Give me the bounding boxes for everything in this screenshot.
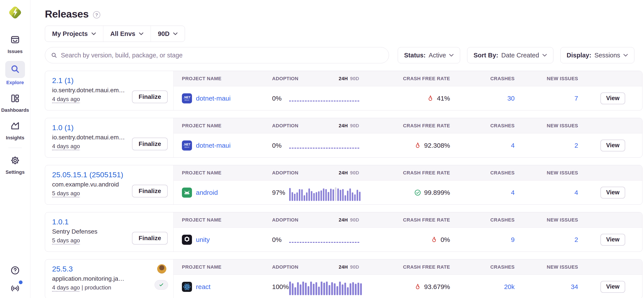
- column-header-new-issues: NEW ISSUES: [519, 123, 582, 129]
- release-meta: 4 days ago | production: [52, 284, 167, 291]
- finalize-button[interactable]: Finalize: [132, 232, 168, 244]
- project-link[interactable]: react: [196, 283, 210, 290]
- release-age[interactable]: 4 days ago: [52, 143, 80, 149]
- column-header-chart: 24H90D: [289, 123, 364, 129]
- sidebar-item-label: Settings: [6, 169, 25, 175]
- broadcast-icon[interactable]: [10, 283, 20, 293]
- sidebar-item-explore[interactable]: Explore: [5, 61, 25, 86]
- help-icon[interactable]: [10, 265, 20, 275]
- display-dropdown[interactable]: Display: Sessions: [560, 47, 634, 63]
- release-age[interactable]: 5 days ago: [52, 237, 80, 244]
- release-age[interactable]: 4 days ago: [52, 96, 80, 102]
- crashes-link[interactable]: 9: [511, 236, 515, 243]
- crash-free-rate-value: 41%: [437, 95, 450, 102]
- project-link[interactable]: unity: [196, 236, 210, 243]
- sparkline-bar: [356, 190, 358, 201]
- flame-icon: [414, 283, 421, 290]
- sparkline-bar: [344, 195, 346, 201]
- date-range-filter-dropdown[interactable]: 90D: [150, 26, 185, 42]
- finalize-button[interactable]: Finalize: [132, 91, 168, 103]
- crash-free-rate-value: 92.308%: [424, 142, 450, 149]
- view-button[interactable]: View: [600, 140, 625, 151]
- project-link[interactable]: dotnet-maui: [196, 142, 230, 149]
- sidebar-item-settings[interactable]: Settings: [5, 154, 25, 175]
- release-version-link[interactable]: 1.0 (1): [52, 123, 74, 132]
- finalize-button[interactable]: Finalize: [132, 138, 168, 150]
- display-label: Display:: [567, 52, 592, 59]
- finalize-button[interactable]: Finalize: [132, 185, 168, 197]
- sidebar-item-issues[interactable]: Issues: [5, 33, 25, 54]
- project-link[interactable]: dotnet-maui: [196, 95, 230, 102]
- release-age[interactable]: 5 days ago: [52, 190, 80, 197]
- adoption-sparkline: [289, 280, 362, 295]
- new-issues-link[interactable]: 34: [571, 283, 578, 290]
- avatar[interactable]: [157, 264, 166, 273]
- adoption-flatline: [289, 242, 359, 243]
- view-button[interactable]: View: [600, 234, 625, 246]
- new-issues-link[interactable]: 7: [574, 95, 578, 102]
- release-version-link[interactable]: 25.05.15.1 (2505151): [52, 170, 123, 179]
- sparkline-bar: [289, 281, 291, 295]
- project-link[interactable]: android: [196, 189, 218, 196]
- sidebar-divider: [8, 148, 22, 148]
- release-age[interactable]: 4 days ago: [52, 284, 80, 291]
- crashes-link[interactable]: 20k: [504, 283, 515, 290]
- new-issues-link[interactable]: 2: [574, 142, 578, 149]
- column-header-adoption: ADOPTION: [268, 217, 289, 223]
- sparkline-bar: [354, 194, 356, 201]
- crashes-link[interactable]: 30: [508, 95, 515, 102]
- sparkline-bar: [342, 284, 344, 295]
- crashes-link[interactable]: 4: [511, 189, 515, 196]
- new-issues-link[interactable]: 4: [574, 189, 578, 196]
- sentry-logo-icon[interactable]: [8, 5, 22, 22]
- release-package: Sentry Defenses: [52, 228, 144, 235]
- environment-filter-dropdown[interactable]: All Envs: [103, 26, 150, 42]
- release-table: PROJECT NAME ADOPTION 24H90D CRASH FREE …: [174, 118, 642, 157]
- project-filter-value: My Projects: [52, 30, 88, 38]
- crashes-cell: 4: [454, 189, 519, 196]
- release-package: com.example.vu.android: [52, 181, 144, 188]
- new-issues-link[interactable]: 2: [574, 236, 578, 243]
- sidebar-item-dashboards[interactable]: Dashboards: [1, 92, 29, 113]
- release-version-link[interactable]: 1.0.1: [52, 218, 69, 226]
- column-header-adoption: ADOPTION: [268, 170, 289, 176]
- crash-free-rate-cell: 41%: [364, 95, 454, 102]
- column-header-crashes: CRASHES: [454, 264, 519, 270]
- view-button[interactable]: View: [600, 187, 625, 198]
- view-button[interactable]: View: [600, 93, 625, 104]
- react-project-icon: [182, 282, 192, 292]
- sparkline-bar: [318, 286, 320, 295]
- sort-by-dropdown[interactable]: Sort By: Date Created: [467, 47, 553, 63]
- release-card: 2.1 (1) io.sentry.dotnet.maui.em… 4 days…: [45, 71, 642, 110]
- finalized-badge[interactable]: [154, 280, 168, 290]
- page-filter-bar: My Projects All Envs 90D: [45, 26, 185, 42]
- sidebar-item-label: Explore: [6, 80, 24, 86]
- search-box: [45, 47, 389, 63]
- sidebar-item-insights[interactable]: Insights: [5, 120, 25, 141]
- adoption-value: 0%: [268, 95, 289, 102]
- release-version-link[interactable]: 2.1 (1): [52, 76, 74, 85]
- column-header-project: PROJECT NAME: [174, 123, 268, 129]
- status-label: Status:: [404, 52, 426, 59]
- sparkline-bar: [352, 192, 353, 201]
- sparkline-bar: [344, 283, 346, 295]
- sparkline-bar: [299, 189, 300, 201]
- sort-by-value: Date Created: [501, 52, 539, 59]
- new-issues-cell: 2: [519, 236, 582, 243]
- release-card: 25.5.3 application.monitoring.ja… 4 days…: [45, 259, 642, 298]
- check-icon: [158, 282, 164, 288]
- status-value: Active: [428, 52, 446, 59]
- crash-free-status-icon: [430, 236, 438, 243]
- status-dropdown[interactable]: Status: Active: [398, 47, 460, 63]
- table-header-row: PROJECT NAME ADOPTION 24H90D CRASH FREE …: [174, 165, 642, 181]
- chevron-down-icon: [91, 32, 96, 35]
- display-value: Sessions: [594, 52, 620, 59]
- project-filter-dropdown[interactable]: My Projects: [45, 26, 103, 42]
- sparkline-bar: [292, 283, 294, 295]
- release-version-link[interactable]: 25.5.3: [52, 265, 73, 273]
- page-help-icon[interactable]: ?: [93, 11, 100, 19]
- sparkline-bar: [316, 192, 317, 201]
- search-input[interactable]: [60, 52, 383, 59]
- crashes-link[interactable]: 4: [511, 142, 515, 149]
- view-button[interactable]: View: [600, 281, 625, 293]
